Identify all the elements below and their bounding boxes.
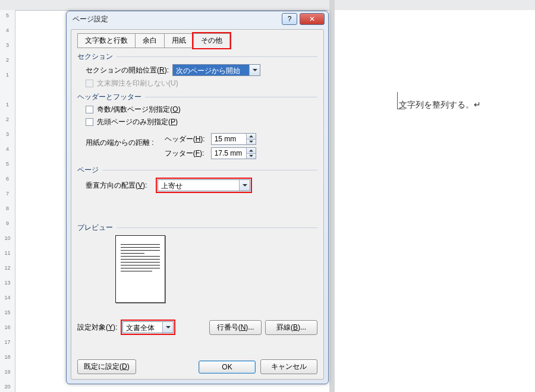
odd-even-label: 奇数/偶数ページ別指定(O) bbox=[97, 105, 181, 115]
header-distance-label: ヘッダー(H): bbox=[165, 134, 211, 144]
section-start-label: セクションの開始位置(R): bbox=[86, 65, 169, 75]
set-default-button[interactable]: 既定に設定(D) bbox=[77, 359, 136, 374]
page-gap bbox=[329, 0, 335, 392]
tab-margins[interactable]: 余白 bbox=[135, 33, 165, 48]
help-button[interactable]: ? bbox=[282, 13, 297, 25]
document-page[interactable] bbox=[335, 10, 535, 392]
valign-combo[interactable]: 上寄せ bbox=[158, 179, 250, 191]
dialog-body: 文字数と行数 余白 用紙 その他 セクション セクションの開始位置(R): 次の… bbox=[71, 29, 324, 380]
tab-chars-lines[interactable]: 文字数と行数 bbox=[77, 33, 136, 48]
chevron-up-icon[interactable] bbox=[246, 134, 256, 139]
suppress-endnote-checkbox bbox=[86, 80, 93, 87]
close-button[interactable]: ✕ bbox=[300, 13, 325, 25]
section-start-combo[interactable]: 次のページから開始 bbox=[172, 64, 260, 76]
chevron-down-icon[interactable] bbox=[246, 139, 256, 145]
tab-strip: 文字数と行数 余白 用紙 その他 bbox=[77, 33, 317, 48]
horizontal-ruler bbox=[0, 0, 535, 11]
odd-even-checkbox[interactable] bbox=[86, 106, 93, 113]
tab-paper[interactable]: 用紙 bbox=[164, 33, 194, 48]
highlight-valign: 上寄せ bbox=[156, 178, 252, 193]
page-setup-dialog: ページ設定 ? ✕ 文字数と行数 余白 用紙 その他 セクション セクションの開… bbox=[66, 11, 329, 384]
apply-to-label: 設定対象(Y): bbox=[77, 323, 117, 333]
ok-button[interactable]: OK bbox=[199, 361, 256, 374]
document-area bbox=[335, 10, 535, 392]
chevron-up-icon[interactable] bbox=[246, 148, 256, 153]
suppress-endnote-label: 文末脚注を印刷しない(U) bbox=[97, 78, 178, 88]
highlight-apply-to: 文書全体 bbox=[121, 320, 175, 335]
chevron-down-icon bbox=[239, 180, 250, 191]
footer-distance-label: フッター(F): bbox=[165, 148, 211, 159]
chevron-down-icon bbox=[249, 65, 260, 75]
group-preview: プレビュー bbox=[77, 223, 317, 233]
document-text: 文字列を整列する。↵ bbox=[399, 100, 481, 110]
dialog-titlebar[interactable]: ページ設定 ? ✕ bbox=[67, 11, 328, 27]
tab-other[interactable]: その他 bbox=[193, 33, 230, 48]
first-page-checkbox[interactable] bbox=[86, 118, 93, 126]
footer-distance-spinner[interactable]: 17.5 mm bbox=[211, 147, 256, 159]
chevron-down-icon[interactable] bbox=[246, 153, 256, 159]
header-distance-spinner[interactable]: 15 mm bbox=[211, 133, 256, 145]
chevron-down-icon bbox=[162, 322, 173, 333]
apply-to-combo[interactable]: 文書全体 bbox=[122, 321, 174, 333]
help-icon: ? bbox=[288, 15, 292, 23]
cancel-button[interactable]: キャンセル bbox=[260, 359, 317, 374]
close-icon: ✕ bbox=[309, 15, 315, 23]
vertical-ruler: 5 4 3 2 1 1 2 3 4 5 6 7 8 9 10 11 12 13 … bbox=[0, 10, 15, 392]
valign-label: 垂直方向の配置(V): bbox=[86, 181, 156, 191]
preview-thumbnail bbox=[115, 235, 165, 303]
group-section: セクション bbox=[77, 52, 317, 62]
edge-distance-label: 用紙の端からの距離 : bbox=[86, 131, 154, 148]
group-page: ページ bbox=[77, 165, 317, 175]
border-button[interactable]: 罫線(B)... bbox=[265, 320, 317, 335]
line-number-button[interactable]: 行番号(N)... bbox=[209, 320, 262, 335]
dialog-title: ページ設定 bbox=[73, 14, 279, 24]
group-header-footer: ヘッダーとフッター bbox=[77, 92, 317, 102]
first-page-label: 先頭ページのみ別指定(P) bbox=[97, 117, 178, 127]
